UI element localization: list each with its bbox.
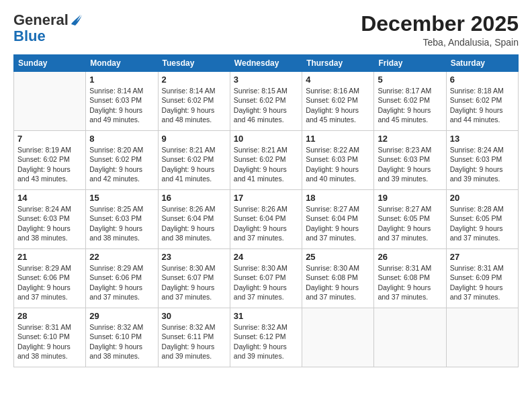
day-number: 26 (378, 252, 442, 262)
day-info: Sunrise: 8:14 AMSunset: 6:02 PMDaylight:… (162, 87, 216, 124)
day-info: Sunrise: 8:19 AMSunset: 6:02 PMDaylight:… (17, 146, 71, 183)
day-cell (374, 308, 446, 367)
week-row-4: 21Sunrise: 8:29 AMSunset: 6:06 PMDayligh… (14, 249, 519, 308)
day-number: 9 (162, 134, 226, 144)
day-info: Sunrise: 8:29 AMSunset: 6:06 PMDaylight:… (89, 264, 143, 301)
day-cell: 26Sunrise: 8:31 AMSunset: 6:08 PMDayligh… (374, 249, 446, 308)
day-info: Sunrise: 8:26 AMSunset: 6:04 PMDaylight:… (234, 205, 287, 242)
day-number: 24 (234, 252, 298, 262)
day-cell: 13Sunrise: 8:24 AMSunset: 6:03 PMDayligh… (446, 131, 518, 190)
col-header-monday: Monday (86, 55, 158, 72)
day-number: 4 (306, 75, 370, 85)
day-number: 2 (162, 75, 226, 85)
day-cell: 22Sunrise: 8:29 AMSunset: 6:06 PMDayligh… (86, 249, 158, 308)
day-info: Sunrise: 8:25 AMSunset: 6:03 PMDaylight:… (89, 205, 143, 242)
day-cell (14, 72, 86, 131)
day-cell: 28Sunrise: 8:31 AMSunset: 6:10 PMDayligh… (14, 308, 86, 367)
day-info: Sunrise: 8:29 AMSunset: 6:06 PMDaylight:… (17, 264, 71, 301)
day-cell: 25Sunrise: 8:30 AMSunset: 6:08 PMDayligh… (302, 249, 374, 308)
day-number: 11 (306, 134, 370, 144)
day-cell: 9Sunrise: 8:21 AMSunset: 6:02 PMDaylight… (158, 131, 230, 190)
page: General Blue December 2025 Teba, Andalus… (0, 0, 532, 411)
day-info: Sunrise: 8:32 AMSunset: 6:11 PMDaylight:… (162, 323, 216, 360)
header-row: SundayMondayTuesdayWednesdayThursdayFrid… (14, 55, 519, 72)
day-cell (446, 308, 518, 367)
day-info: Sunrise: 8:14 AMSunset: 6:03 PMDaylight:… (89, 87, 143, 124)
day-number: 8 (89, 134, 154, 144)
day-number: 3 (234, 75, 298, 85)
col-header-sunday: Sunday (14, 55, 86, 72)
day-number: 17 (234, 193, 298, 203)
day-number: 18 (306, 193, 370, 203)
day-info: Sunrise: 8:32 AMSunset: 6:10 PMDaylight:… (89, 323, 143, 360)
day-info: Sunrise: 8:15 AMSunset: 6:02 PMDaylight:… (234, 87, 287, 124)
week-row-2: 7Sunrise: 8:19 AMSunset: 6:02 PMDaylight… (14, 131, 519, 190)
day-number: 27 (450, 252, 515, 262)
week-row-1: 1Sunrise: 8:14 AMSunset: 6:03 PMDaylight… (14, 72, 519, 131)
day-cell: 15Sunrise: 8:25 AMSunset: 6:03 PMDayligh… (86, 190, 158, 249)
day-number: 1 (89, 75, 154, 85)
day-info: Sunrise: 8:24 AMSunset: 6:03 PMDaylight:… (450, 146, 504, 183)
logo: General Blue (13, 12, 82, 44)
day-cell: 1Sunrise: 8:14 AMSunset: 6:03 PMDaylight… (86, 72, 158, 131)
day-cell: 2Sunrise: 8:14 AMSunset: 6:02 PMDaylight… (158, 72, 230, 131)
month-title: December 2025 (361, 12, 519, 36)
day-number: 13 (450, 134, 515, 144)
day-info: Sunrise: 8:21 AMSunset: 6:02 PMDaylight:… (162, 146, 216, 183)
title-block: December 2025 Teba, Andalusia, Spain (361, 12, 519, 48)
day-cell: 14Sunrise: 8:24 AMSunset: 6:03 PMDayligh… (14, 190, 86, 249)
day-cell: 20Sunrise: 8:28 AMSunset: 6:05 PMDayligh… (446, 190, 518, 249)
day-cell: 31Sunrise: 8:32 AMSunset: 6:12 PMDayligh… (230, 308, 302, 367)
day-cell: 4Sunrise: 8:16 AMSunset: 6:02 PMDaylight… (302, 72, 374, 131)
logo-general-text: General (13, 12, 69, 28)
logo-blue-text: Blue (13, 28, 82, 44)
day-cell: 29Sunrise: 8:32 AMSunset: 6:10 PMDayligh… (86, 308, 158, 367)
day-cell: 27Sunrise: 8:31 AMSunset: 6:09 PMDayligh… (446, 249, 518, 308)
day-cell: 21Sunrise: 8:29 AMSunset: 6:06 PMDayligh… (14, 249, 86, 308)
day-cell: 24Sunrise: 8:30 AMSunset: 6:07 PMDayligh… (230, 249, 302, 308)
day-number: 28 (17, 311, 82, 321)
logo-bird-icon (70, 12, 82, 27)
day-info: Sunrise: 8:24 AMSunset: 6:03 PMDaylight:… (17, 205, 71, 242)
day-cell: 12Sunrise: 8:23 AMSunset: 6:03 PMDayligh… (374, 131, 446, 190)
day-number: 6 (450, 75, 515, 85)
day-info: Sunrise: 8:23 AMSunset: 6:03 PMDaylight:… (378, 146, 431, 183)
day-cell: 11Sunrise: 8:22 AMSunset: 6:03 PMDayligh… (302, 131, 374, 190)
day-cell: 19Sunrise: 8:27 AMSunset: 6:05 PMDayligh… (374, 190, 446, 249)
day-number: 20 (450, 193, 515, 203)
day-number: 19 (378, 193, 442, 203)
day-info: Sunrise: 8:30 AMSunset: 6:07 PMDaylight:… (162, 264, 216, 301)
day-number: 10 (234, 134, 298, 144)
day-info: Sunrise: 8:28 AMSunset: 6:05 PMDaylight:… (450, 205, 504, 242)
day-number: 5 (378, 75, 442, 85)
day-info: Sunrise: 8:32 AMSunset: 6:12 PMDaylight:… (234, 323, 287, 360)
day-number: 14 (17, 193, 82, 203)
day-info: Sunrise: 8:27 AMSunset: 6:04 PMDaylight:… (306, 205, 359, 242)
day-info: Sunrise: 8:16 AMSunset: 6:02 PMDaylight:… (306, 87, 359, 124)
day-info: Sunrise: 8:18 AMSunset: 6:02 PMDaylight:… (450, 87, 504, 124)
day-info: Sunrise: 8:30 AMSunset: 6:07 PMDaylight:… (234, 264, 287, 301)
day-info: Sunrise: 8:20 AMSunset: 6:02 PMDaylight:… (89, 146, 143, 183)
day-number: 31 (234, 311, 298, 321)
day-cell: 23Sunrise: 8:30 AMSunset: 6:07 PMDayligh… (158, 249, 230, 308)
col-header-friday: Friday (374, 55, 446, 72)
day-number: 7 (17, 134, 82, 144)
day-info: Sunrise: 8:31 AMSunset: 6:10 PMDaylight:… (17, 323, 71, 360)
day-cell: 18Sunrise: 8:27 AMSunset: 6:04 PMDayligh… (302, 190, 374, 249)
day-info: Sunrise: 8:22 AMSunset: 6:03 PMDaylight:… (306, 146, 359, 183)
location-subtitle: Teba, Andalusia, Spain (361, 37, 519, 48)
day-number: 29 (89, 311, 154, 321)
day-number: 30 (162, 311, 226, 321)
col-header-wednesday: Wednesday (230, 55, 302, 72)
day-number: 21 (17, 252, 82, 262)
calendar-header: SundayMondayTuesdayWednesdayThursdayFrid… (14, 55, 519, 72)
day-cell: 6Sunrise: 8:18 AMSunset: 6:02 PMDaylight… (446, 72, 518, 131)
day-cell: 10Sunrise: 8:21 AMSunset: 6:02 PMDayligh… (230, 131, 302, 190)
day-cell: 7Sunrise: 8:19 AMSunset: 6:02 PMDaylight… (14, 131, 86, 190)
day-info: Sunrise: 8:27 AMSunset: 6:05 PMDaylight:… (378, 205, 431, 242)
col-header-thursday: Thursday (302, 55, 374, 72)
day-cell (302, 308, 374, 367)
day-info: Sunrise: 8:31 AMSunset: 6:08 PMDaylight:… (378, 264, 431, 301)
day-info: Sunrise: 8:21 AMSunset: 6:02 PMDaylight:… (234, 146, 287, 183)
day-number: 16 (162, 193, 226, 203)
